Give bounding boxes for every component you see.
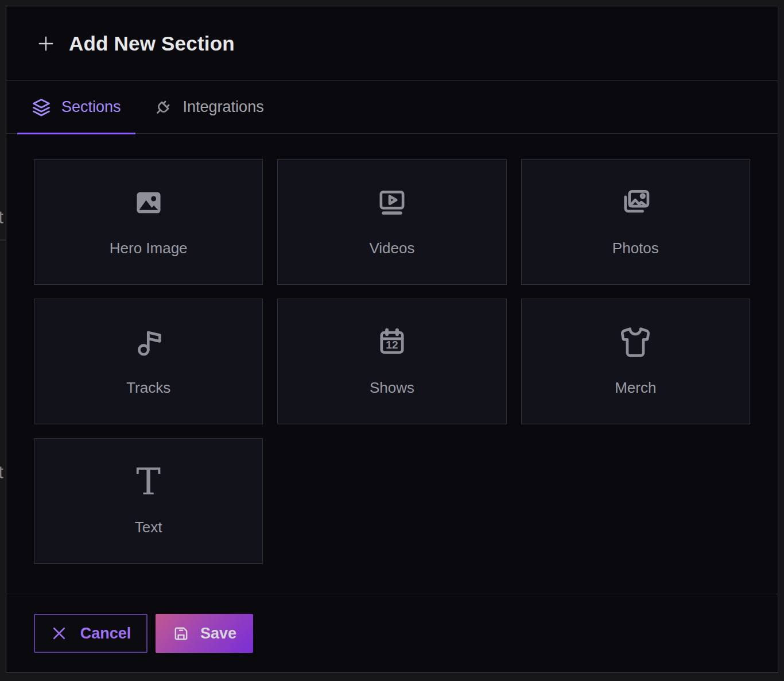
section-grid: Hero Image Videos: [34, 159, 750, 564]
backdrop-text-fragment: t: [0, 462, 3, 483]
save-button-label: Save: [200, 625, 236, 643]
tab-sections[interactable]: Sections: [17, 81, 135, 133]
tshirt-icon: [619, 326, 651, 358]
modal-content: Hero Image Videos: [6, 134, 778, 564]
add-section-modal: Add New Section Sections Integrations: [6, 6, 778, 673]
section-card-hero-image[interactable]: Hero Image: [34, 159, 263, 285]
serif-t-icon: T: [133, 466, 165, 498]
tab-integrations[interactable]: Integrations: [139, 81, 278, 133]
backdrop-text-fragment: t: [0, 207, 3, 228]
modal-footer: Cancel Save: [6, 594, 778, 672]
tab-sections-label: Sections: [61, 98, 121, 116]
section-card-shows[interactable]: 12 Shows: [277, 299, 506, 424]
card-label: Merch: [615, 379, 656, 397]
card-label: Tracks: [126, 379, 170, 397]
card-label: Photos: [612, 239, 659, 257]
card-label: Videos: [369, 239, 414, 257]
save-button[interactable]: Save: [156, 614, 253, 653]
calendar-icon: 12: [376, 326, 408, 358]
tab-bar: Sections Integrations: [6, 81, 778, 134]
plug-icon: [153, 98, 173, 117]
layers-icon: [32, 98, 51, 117]
monitor-play-icon: [376, 187, 408, 219]
section-card-videos[interactable]: Videos: [277, 159, 506, 285]
tab-integrations-label: Integrations: [183, 98, 264, 116]
music-note-icon: [133, 326, 165, 358]
section-card-text[interactable]: T Text: [34, 438, 263, 564]
calendar-day-number: 12: [386, 339, 398, 351]
backdrop-divider: [0, 239, 6, 241]
hero-image-icon: [133, 187, 165, 219]
plus-icon: [36, 34, 56, 53]
section-card-photos[interactable]: Photos: [521, 159, 750, 285]
photos-stack-icon: [619, 187, 651, 219]
card-label: Text: [135, 519, 162, 536]
card-label: Shows: [370, 379, 414, 397]
section-card-merch[interactable]: Merch: [521, 299, 750, 424]
modal-header: Add New Section: [6, 6, 778, 81]
close-icon: [51, 625, 68, 642]
save-floppy-icon: [172, 625, 190, 643]
modal-title: Add New Section: [69, 32, 235, 55]
cancel-button[interactable]: Cancel: [34, 614, 148, 653]
card-label: Hero Image: [110, 239, 188, 257]
section-card-tracks[interactable]: Tracks: [34, 299, 263, 424]
cancel-button-label: Cancel: [80, 625, 131, 643]
